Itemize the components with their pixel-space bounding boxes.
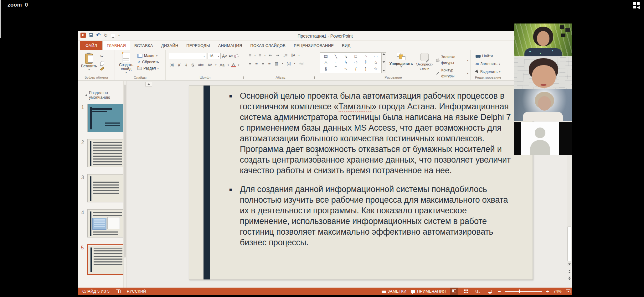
numbering-icon[interactable]: ≡: [258, 53, 262, 58]
arrow-shape-icon[interactable]: ↘: [344, 54, 348, 59]
slide-thumbnail[interactable]: [87, 209, 124, 237]
font-size-combobox[interactable]: 16 ▾: [208, 53, 221, 59]
bold-button[interactable]: Ж: [169, 63, 175, 67]
scroll-down-icon[interactable]: [383, 61, 385, 63]
down-arrow-shape-icon[interactable]: ⇩: [364, 60, 368, 65]
paste-button[interactable]: Вставить ▾: [81, 53, 97, 71]
align-right-icon[interactable]: ≡: [261, 61, 265, 66]
notes-button[interactable]: ЗАМЕТКИ: [382, 289, 407, 294]
tab-review[interactable]: РЕЦЕНЗИРОВАНИЕ: [290, 41, 338, 50]
tab-insert[interactable]: ВСТАВКА: [130, 41, 157, 50]
tab-view[interactable]: ВИД: [338, 41, 354, 50]
slide-thumbnail[interactable]: [87, 174, 124, 202]
tab-animations[interactable]: АНИМАЦИЯ: [214, 41, 246, 50]
character-spacing-button[interactable]: AV: [207, 63, 213, 67]
dialog-launcher-icon[interactable]: [466, 76, 469, 79]
slide-thumbnail[interactable]: [87, 139, 124, 167]
gallery-more-icon[interactable]: [383, 70, 385, 72]
text-direction-icon[interactable]: ∥А: [291, 53, 296, 57]
slide-thumb-row-1[interactable]: 1: [78, 104, 126, 132]
decrease-indent-icon[interactable]: ⇤: [268, 53, 273, 58]
scroll-up-icon[interactable]: [383, 53, 385, 55]
italic-button[interactable]: К: [177, 63, 182, 67]
spell-check-icon[interactable]: [116, 289, 121, 293]
tab-design[interactable]: ДИЗАЙН: [157, 41, 183, 50]
curve-shape-icon[interactable]: ∿: [344, 66, 348, 71]
tab-file[interactable]: ФАЙЛ: [80, 41, 102, 50]
clear-formatting-icon[interactable]: [234, 54, 239, 58]
section-button[interactable]: Раздел ▾: [137, 66, 159, 70]
pentagon-shape-icon[interactable]: ⌂: [374, 60, 377, 65]
bullet-paragraph-1[interactable]: ■ Основной целью проекта была автоматиза…: [229, 91, 515, 176]
line-shape-icon[interactable]: ╲: [335, 54, 337, 59]
font-name-combobox[interactable]: ▾: [169, 53, 206, 59]
right-brace-shape-icon[interactable]: }: [365, 66, 366, 71]
dialog-launcher-icon[interactable]: [111, 76, 113, 79]
grow-font-button[interactable]: А˄: [222, 54, 228, 59]
tab-slideshow[interactable]: ПОКАЗ СЛАЙДОВ: [246, 41, 290, 50]
shapes-gallery[interactable]: ▤ ╲ ↘ □ ○ ▭ △ ⌐ ↳ ⇨ ⇩ ⌂ § ⌒ ∿: [320, 52, 382, 73]
collapse-arrow-button[interactable]: [145, 82, 152, 86]
cut-icon[interactable]: ✂: [100, 54, 104, 59]
next-slide-button[interactable]: [567, 276, 572, 281]
align-center-icon[interactable]: ≡: [255, 61, 259, 66]
reset-button[interactable]: ↺ Сбросить: [137, 60, 159, 64]
new-slide-button[interactable]: ✦ Создать слайд ▾: [117, 53, 135, 74]
format-painter-icon[interactable]: [100, 67, 104, 70]
arrange-button[interactable]: Упорядочить ▾: [389, 52, 413, 68]
strikethrough-button[interactable]: abc: [197, 63, 205, 67]
slideshow-button[interactable]: [486, 288, 493, 295]
textbox-shape-icon[interactable]: ▤: [324, 54, 328, 59]
participant-video-2[interactable]: [514, 57, 572, 89]
zoom-in-button[interactable]: [546, 290, 549, 293]
elbow-arrow-shape-icon[interactable]: ↳: [344, 60, 348, 65]
slide-editing-area[interactable]: ■ Основной целью проекта была автоматиза…: [189, 85, 533, 280]
participant-video-3[interactable]: [514, 89, 572, 121]
zoom-level[interactable]: 74%: [554, 289, 562, 294]
columns-icon[interactable]: ▥: [274, 61, 279, 66]
scrollbar-thumb[interactable]: [567, 227, 571, 261]
scroll-down-button[interactable]: [567, 262, 572, 266]
slide-thumb-row-4[interactable]: 4: [78, 209, 126, 237]
smartart-icon[interactable]: ⤷▤: [298, 61, 304, 65]
left-brace-shape-icon[interactable]: {: [355, 66, 356, 71]
shapes-gallery-scroll[interactable]: [382, 52, 386, 73]
bullet-paragraph-2[interactable]: ■ Для создания данной информационной сис…: [229, 184, 515, 248]
quick-styles-button[interactable]: Экспресс-стили: [416, 52, 433, 70]
zoom-out-button[interactable]: [498, 291, 501, 292]
copy-icon[interactable]: [100, 61, 104, 66]
fit-to-window-button[interactable]: [566, 289, 570, 293]
comments-button[interactable]: ПРИМЕЧАНИЯ: [411, 289, 446, 294]
dialog-launcher-icon[interactable]: [241, 76, 244, 79]
slide-sorter-button[interactable]: [462, 288, 470, 295]
slide-thumb-row-3[interactable]: 3: [78, 174, 126, 202]
panel-scrollbar[interactable]: [123, 81, 126, 288]
slide-thumbnail[interactable]: [87, 104, 124, 132]
align-text-icon[interactable]: [≡]: [286, 62, 291, 65]
text-shadow-button[interactable]: S: [190, 63, 195, 67]
change-case-button[interactable]: Aa: [219, 63, 225, 67]
underline-button[interactable]: Ч: [183, 63, 188, 67]
tab-home[interactable]: ГЛАВНАЯ: [102, 41, 130, 50]
justify-icon[interactable]: ≡: [268, 61, 271, 66]
slide-indicator[interactable]: СЛАЙД 5 ИЗ 5: [82, 289, 110, 294]
language-indicator[interactable]: РУССКИЙ: [127, 289, 146, 294]
oval-shape-icon[interactable]: ○: [364, 54, 367, 59]
layout-button[interactable]: Макет ▾: [137, 54, 159, 58]
zoom-slider-thumb[interactable]: [519, 289, 520, 293]
shrink-font-button[interactable]: А˅: [229, 54, 233, 58]
gallery-view-icon[interactable]: [633, 2, 640, 9]
align-left-icon[interactable]: ≡: [248, 61, 252, 66]
participant-video-4[interactable]: [514, 122, 572, 155]
line-spacing-icon[interactable]: ↕≡: [282, 53, 288, 58]
bullets-icon[interactable]: ≡: [248, 53, 252, 58]
participant-video-1[interactable]: [514, 23, 572, 56]
dialog-launcher-icon[interactable]: [312, 76, 315, 79]
tab-transitions[interactable]: ПЕРЕХОДЫ: [182, 41, 214, 50]
arc-shape-icon[interactable]: ⌒: [334, 66, 338, 71]
elbow-shape-icon[interactable]: ⌐: [335, 60, 337, 65]
section-header[interactable]: Раздел по умолчанию: [85, 90, 126, 100]
previous-slide-button[interactable]: [567, 269, 572, 274]
slide-thumbnail[interactable]: [88, 246, 125, 274]
rectangle-shape-icon[interactable]: □: [354, 54, 357, 59]
